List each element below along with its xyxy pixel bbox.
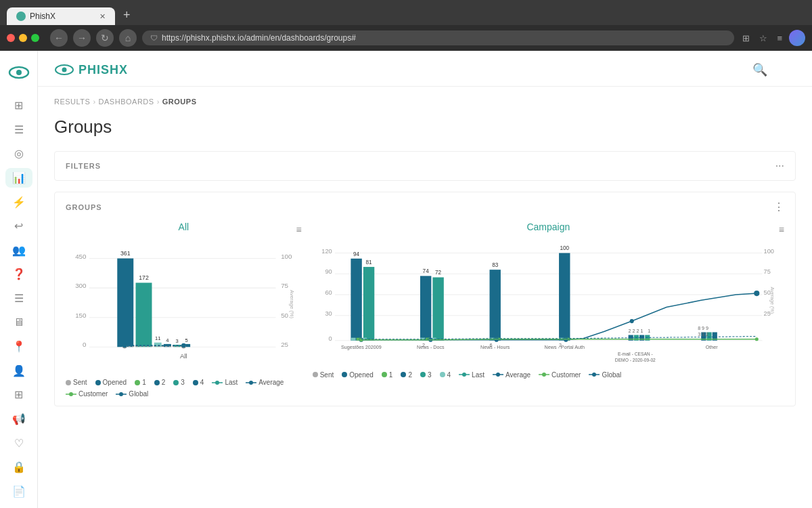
refresh-button[interactable]: ↻: [96, 29, 114, 47]
sidebar-item-help[interactable]: ❓: [5, 264, 32, 284]
home-button[interactable]: ⌂: [119, 29, 137, 47]
svg-text:5: 5: [185, 337, 188, 343]
svg-rect-59: [420, 276, 431, 340]
sidebar-item-reports[interactable]: ☰: [5, 120, 32, 140]
3-dot: [173, 380, 179, 385]
sidebar-item-location[interactable]: 📍: [5, 337, 32, 357]
campaign-chart-menu-button[interactable]: ≡: [779, 224, 784, 235]
svg-text:172: 172: [139, 274, 149, 281]
breadcrumb-dashboards[interactable]: DASHBOARDS: [99, 98, 154, 106]
tab-close-button[interactable]: ✕: [99, 12, 106, 21]
campaign-chart-wrapper: 120 90 60 30 0 100 75 50 25 Average (%): [313, 238, 784, 366]
forward-button[interactable]: →: [73, 29, 91, 47]
traffic-lights: [7, 34, 39, 42]
sidebar-item-groups[interactable]: 👥: [5, 240, 32, 261]
all-chart: All ≡ 450 300 150 0: [66, 221, 302, 398]
close-traffic-light[interactable]: [7, 34, 15, 42]
filters-more-button[interactable]: ···: [775, 160, 784, 172]
svg-point-31: [249, 381, 253, 385]
svg-text:100: 100: [763, 248, 773, 255]
user-avatar[interactable]: [774, 59, 796, 81]
sidebar-item-security[interactable]: 🔒: [5, 457, 32, 478]
extensions-button[interactable]: ⊞: [740, 32, 752, 45]
history-icon: ↩: [14, 219, 23, 232]
campaign-legend-customer-label: Customer: [551, 371, 581, 379]
sidebar-item-heart[interactable]: ♡: [5, 433, 32, 453]
legend-4-label: 4: [200, 379, 204, 386]
svg-text:E-mail - CESAN -: E-mail - CESAN -: [618, 352, 653, 356]
legend-sent: Sent: [66, 379, 87, 386]
svg-text:0: 0: [83, 341, 87, 348]
groups-header: GROUPS ⋮: [66, 200, 784, 213]
campaign-global-line-icon: [589, 372, 600, 377]
groups-section-label: GROUPS: [66, 203, 102, 211]
global-line-icon: [116, 391, 127, 397]
legend-3-label: 3: [181, 379, 185, 386]
campaign-legend-2: 2: [401, 371, 412, 379]
groups-more-button[interactable]: ⋮: [773, 200, 784, 213]
new-tab-button[interactable]: +: [118, 5, 136, 25]
svg-text:3: 3: [175, 338, 178, 344]
campaign-legend-3: 3: [420, 371, 432, 379]
svg-text:2 2 2 1: 2 2 2 1: [628, 329, 643, 334]
sidebar-item-campaigns[interactable]: ⚡: [5, 192, 32, 212]
top-bar: PHISHX 🔍: [38, 51, 812, 87]
campaign-legend-4: 4: [440, 371, 451, 379]
sidebar-item-broadcast[interactable]: 📢: [5, 409, 32, 429]
browser-chrome: PhishX ✕ +: [0, 0, 812, 25]
svg-text:Other: Other: [705, 345, 718, 350]
active-tab[interactable]: PhishX ✕: [7, 7, 115, 25]
sidebar-item-user[interactable]: 👤: [5, 361, 32, 381]
sidebar-item-analytics[interactable]: 📊: [5, 168, 32, 188]
all-chart-svg: 450 300 150 0 100 75 50 25 Average (%): [66, 238, 302, 371]
legend-global-label: Global: [129, 390, 148, 398]
user-icon: 👤: [12, 364, 26, 377]
groups-icon: 👥: [12, 244, 26, 257]
minimize-traffic-light[interactable]: [19, 34, 27, 42]
svg-text:361: 361: [120, 250, 131, 257]
sidebar-item-dashboard[interactable]: ⊞: [5, 96, 32, 116]
tab-favicon: [16, 12, 26, 21]
1-dot: [135, 380, 140, 385]
legend-average-label: Average: [258, 379, 284, 386]
sidebar-item-targets[interactable]: ◎: [5, 144, 32, 164]
sidebar-item-grid[interactable]: ⊞: [5, 385, 32, 405]
svg-text:94: 94: [353, 251, 360, 257]
campaign-chart-svg: 120 90 60 30 0 100 75 50 25 Average (%): [313, 238, 784, 363]
security-lock-icon: 🔒: [12, 461, 26, 473]
breadcrumb-results[interactable]: RESULTS: [54, 98, 90, 106]
campaign-legend-last-label: Last: [472, 371, 484, 379]
svg-text:75: 75: [763, 268, 770, 275]
analytics-icon: 📊: [12, 171, 26, 184]
maximize-traffic-light[interactable]: [31, 34, 39, 42]
charts-row: All ≡ 450 300 150 0: [66, 221, 784, 398]
targets-icon: ◎: [14, 147, 24, 160]
bookmarks-button[interactable]: ☆: [757, 32, 770, 45]
legend-global: Global: [116, 390, 148, 398]
address-bar[interactable]: 🛡: [142, 30, 734, 45]
svg-text:News - Portal Auth: News - Portal Auth: [544, 345, 584, 350]
svg-point-107: [542, 373, 546, 377]
svg-text:450: 450: [75, 253, 87, 260]
campaign-legend-global: Global: [589, 371, 621, 379]
help-icon: ❓: [12, 268, 26, 280]
bar-172: [136, 282, 152, 347]
sidebar-item-document[interactable]: 📄: [5, 482, 32, 502]
sidebar-item-history[interactable]: ↩: [5, 216, 32, 236]
menu-button[interactable]: ≡: [774, 32, 785, 45]
url-input[interactable]: [162, 33, 726, 43]
legend-sent-label: Sent: [73, 379, 87, 386]
back-button[interactable]: ←: [50, 29, 68, 47]
sidebar-item-monitor[interactable]: 🖥: [5, 312, 32, 333]
all-chart-menu-button[interactable]: ≡: [296, 224, 301, 235]
search-button[interactable]: 🔍: [752, 62, 767, 77]
campaign-legend-sent: Sent: [313, 371, 334, 379]
svg-text:Sugestões 202009: Sugestões 202009: [341, 345, 382, 350]
campaign-legend-opened: Opened: [342, 371, 374, 379]
bar-361: [117, 259, 133, 347]
campaign-customer-line-icon: [539, 372, 549, 377]
groups-panel: GROUPS ⋮ All ≡: [54, 192, 796, 406]
sidebar-item-list[interactable]: ☰: [5, 289, 32, 309]
4-dot: [193, 380, 198, 385]
svg-text:81: 81: [365, 259, 372, 266]
